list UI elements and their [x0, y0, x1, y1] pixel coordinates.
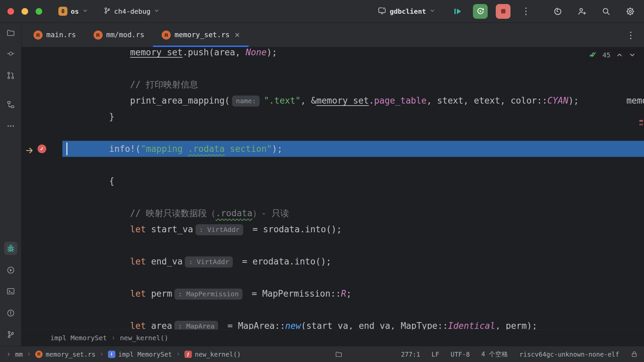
gutter[interactable]	[21, 60, 62, 76]
inlay-hint: : VirtAddr	[196, 224, 243, 235]
stripe-terminal-icon[interactable]	[4, 285, 17, 298]
stripe-structure-icon[interactable]	[4, 98, 17, 111]
caret-position-widget[interactable]: 277:1	[401, 351, 420, 358]
code-line[interactable]: let perm: MapPermission = MapPermission:…	[21, 286, 644, 302]
next-problem-button[interactable]	[629, 51, 636, 59]
resume-button[interactable]	[450, 4, 465, 19]
stripe-debug-icon[interactable]	[4, 242, 17, 255]
code-line[interactable]	[21, 157, 644, 173]
editor[interactable]: memory_set.push(area, None);// 打印映射信息pri…	[21, 47, 644, 329]
gutter[interactable]	[21, 302, 62, 318]
gutter[interactable]	[21, 125, 62, 141]
gutter[interactable]	[21, 237, 62, 253]
gutter[interactable]	[21, 253, 62, 269]
nav-item[interactable]: Iimpl MemorySet	[108, 351, 172, 358]
stop-button[interactable]	[496, 4, 511, 19]
code-line[interactable]	[21, 302, 644, 318]
stripe-problems-icon[interactable]	[4, 306, 17, 320]
chevron-right-icon	[99, 352, 104, 357]
tab-memory_set.rs[interactable]: Rmemory_set.rs×	[153, 23, 249, 47]
tab-main.rs[interactable]: Rmain.rs	[25, 23, 85, 47]
stripe-pull-requests-icon[interactable]	[4, 69, 17, 82]
inspections-widget[interactable]: ✓✓ 45	[586, 49, 639, 61]
more-options-button[interactable]: ⋮	[519, 4, 533, 19]
breadcrumb-item[interactable]: impl MemorySet	[50, 334, 107, 342]
toolchain-widget[interactable]: riscv64gc-unknown-none-elf	[520, 351, 619, 358]
indent-widget[interactable]: 4 个空格	[481, 350, 508, 359]
code-line[interactable]: {	[21, 173, 644, 189]
breadcrumb-item[interactable]: new_kernel()	[120, 334, 169, 342]
gutter[interactable]	[21, 47, 62, 60]
encoding-widget[interactable]: UTF-8	[450, 351, 470, 358]
settings-icon[interactable]	[625, 6, 635, 16]
code-line[interactable]: let area: MapArea = MapArea::new(start_v…	[21, 318, 644, 329]
project-name: os	[71, 7, 79, 15]
gutter[interactable]	[21, 205, 62, 221]
stripe-run-icon[interactable]	[4, 263, 17, 277]
gutter[interactable]	[21, 93, 62, 109]
code-token: = erodata.into();	[237, 256, 331, 266]
run-config-widget[interactable]: gdbclient	[374, 3, 439, 19]
code-line[interactable]: }	[21, 109, 644, 125]
gutter[interactable]	[21, 318, 62, 329]
code-token: // 映射只读数据段（	[130, 208, 216, 218]
code-line[interactable]	[21, 189, 644, 205]
code-line[interactable]: memory_set.push(area, None);	[21, 47, 644, 60]
rerun-debug-button[interactable]	[473, 4, 488, 19]
close-window-button[interactable]	[7, 8, 14, 15]
tab-mm/mod.rs[interactable]: Rmm/mod.rs	[85, 23, 153, 47]
gutter[interactable]	[21, 286, 62, 302]
gutter[interactable]: ✓	[21, 141, 62, 157]
nav-item[interactable]: Rmemory_set.rs	[35, 351, 96, 358]
code-line[interactable]: print_area_mapping(name:".text", &memory…	[21, 93, 644, 109]
nav-item[interactable]: mm	[15, 351, 23, 358]
previous-problem-button[interactable]	[616, 51, 623, 59]
nav-item[interactable]: ƒnew_kernel()	[184, 351, 241, 358]
lock-icon[interactable]	[631, 351, 638, 358]
stripe-commit-icon[interactable]	[4, 47, 17, 60]
project-widget[interactable]: 0 os	[55, 4, 92, 18]
folder-icon[interactable]	[335, 351, 342, 358]
gutter[interactable]	[21, 157, 62, 173]
stripe-project-folder-icon[interactable]	[4, 26, 17, 40]
code-token: info!(	[109, 144, 141, 154]
gutter[interactable]	[21, 221, 62, 237]
editor-breadcrumbs: impl MemorySetnew_kernel()	[21, 329, 644, 346]
code-line[interactable]: let start_va: VirtAddr = srodata.into();	[21, 221, 644, 237]
tab-options-button[interactable]: ⋮	[618, 23, 644, 47]
ai-assistant-icon[interactable]	[553, 6, 563, 16]
error-stripe-mark[interactable]	[639, 124, 643, 125]
code-line[interactable]: // 映射只读数据段（.rodata）- 只读	[21, 205, 644, 221]
gutter[interactable]	[21, 173, 62, 189]
add-user-icon[interactable]	[577, 6, 587, 16]
impl-icon: I	[108, 351, 115, 358]
workspace: Rmain.rsRmm/mod.rsRmemory_set.rs× ⋮ memo…	[0, 23, 644, 346]
code-line[interactable]	[21, 269, 644, 286]
code-line[interactable]: // 打印映射信息	[21, 76, 644, 93]
code-token: = MapArea::	[222, 321, 285, 329]
gutter[interactable]	[21, 109, 62, 125]
branch-widget[interactable]: ch4-debug	[100, 4, 163, 18]
code-line[interactable]	[21, 125, 644, 141]
code-line[interactable]: let end_va: VirtAddr = erodata.into();	[21, 253, 644, 269]
stripe-version-control-icon[interactable]	[4, 328, 17, 341]
code-token: );	[267, 47, 277, 57]
breakpoint-verified-icon[interactable]: ✓	[38, 144, 46, 153]
code-line[interactable]	[21, 60, 644, 76]
code-line[interactable]	[21, 237, 644, 253]
gutter[interactable]	[21, 189, 62, 205]
inlay-hint: : MapArea	[174, 321, 218, 329]
line-separator-widget[interactable]: LF	[432, 351, 439, 358]
code-line[interactable]: ✓info!("mapping .rodata section");	[21, 141, 644, 157]
nav-root-chevron-icon[interactable]	[6, 352, 11, 357]
gutter[interactable]	[21, 269, 62, 286]
zoom-window-button[interactable]	[36, 8, 42, 15]
error-stripe-mark[interactable]	[639, 120, 643, 122]
code-token: start_va	[146, 224, 193, 234]
search-icon[interactable]	[601, 6, 611, 16]
tab-close-icon[interactable]: ×	[235, 30, 240, 40]
code-text	[62, 269, 644, 286]
stripe-more-icon[interactable]	[4, 119, 17, 133]
minimize-window-button[interactable]	[21, 8, 28, 15]
gutter[interactable]	[21, 76, 62, 93]
